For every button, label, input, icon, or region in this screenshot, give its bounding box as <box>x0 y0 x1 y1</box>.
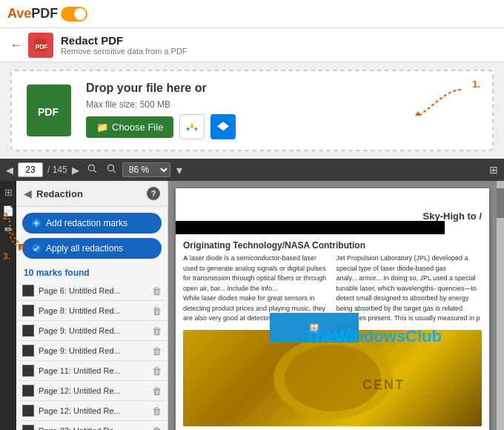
svg-text:PDF: PDF <box>36 43 47 50</box>
page-separator: / 145 <box>47 165 67 175</box>
content-area: ⊞ 📄 ✏ ◀ Redaction ? 2. Add redaction m <box>0 181 504 430</box>
search2-icon <box>106 163 116 176</box>
logo-text: AvePDF <box>7 6 58 22</box>
prev-page-button[interactable]: ◀ <box>6 165 13 176</box>
arrow-1-svg <box>409 86 468 116</box>
step-1-label: 1. <box>472 79 480 90</box>
mark-item: Page 9: Untitled Red... 🗑 <box>16 321 168 341</box>
delete-mark-button[interactable]: 🗑 <box>152 366 162 377</box>
svg-point-6 <box>107 165 113 171</box>
mark-item: Page 23: Untitled Re... 🗑 <box>16 421 168 430</box>
mark-label: Page 9: Untitled Red... <box>39 346 147 355</box>
mark-label: Page 6: Untitled Red... <box>39 286 147 295</box>
google-drive-button[interactable] <box>179 114 205 139</box>
side-panel-header: ◀ Redaction ? <box>16 181 168 207</box>
toggle-switch[interactable] <box>61 7 87 22</box>
mark-label: Page 12: Untitled Re... <box>39 406 147 415</box>
mark-checkbox[interactable] <box>22 325 34 337</box>
mark-checkbox[interactable] <box>22 285 34 297</box>
mark-item: Page 11: Untitled Re... 🗑 <box>16 361 168 381</box>
collapse-panel-button[interactable]: ◀ <box>24 188 32 199</box>
upload-area: PDF Drop your file here or Max file size… <box>10 70 494 151</box>
mark-item: Page 9: Untitled Red... 🗑 <box>16 341 168 361</box>
upload-buttons: 📁 Choose File <box>86 114 236 139</box>
tool-title: Redact PDF <box>61 34 188 47</box>
back-arrow[interactable]: ← <box>10 39 22 52</box>
delete-mark-button[interactable]: 🗑 <box>152 285 162 297</box>
mark-checkbox[interactable] <box>22 385 34 397</box>
apply-redaction-button[interactable]: Apply all redactions <box>22 238 162 259</box>
svg-point-13 <box>32 244 41 253</box>
delete-mark-button[interactable]: 🗑 <box>152 305 162 317</box>
svg-line-5 <box>93 170 96 173</box>
coin-image: CENT <box>183 330 482 426</box>
mark-item: Page 8: Untitled Red... 🗑 <box>16 301 168 321</box>
pdf-viewer[interactable]: Sky-High to / 🪟 TheWindowsClub Originati… <box>168 181 504 430</box>
toggle-circle <box>74 8 86 20</box>
mark-checkbox[interactable] <box>22 365 34 377</box>
redaction-actions: 2. Add redaction marks 3. Apply a <box>16 207 168 265</box>
step-3-label: 3. <box>3 251 10 262</box>
tool-header: ← PDF Redact PDF Remove sensitive data f… <box>0 28 504 62</box>
max-size-label: Max file size: 500 MB <box>86 99 236 110</box>
upload-right: Drop your file here or Max file size: 50… <box>86 82 236 139</box>
side-panel: ◀ Redaction ? 2. Add redaction marks 3. <box>16 181 168 430</box>
delete-mark-button[interactable]: 🗑 <box>152 406 162 417</box>
scroll-thumb[interactable] <box>497 188 504 218</box>
pdf-page: Sky-High to / 🪟 TheWindowsClub Originati… <box>176 188 489 430</box>
grid-icon[interactable]: ⊞ <box>3 185 14 199</box>
mark-item: Page 12: Untitled Re... 🗑 <box>16 401 168 421</box>
delete-mark-button[interactable]: 🗑 <box>152 386 162 397</box>
mark-item: Page 12: Untitled Re... 🗑 <box>16 381 168 401</box>
search-icon <box>87 163 97 176</box>
pdf-upload-icon: PDF <box>27 85 71 136</box>
panel-help-button[interactable]: ? <box>147 187 160 200</box>
mark-label: Page 23: Untitled Re... <box>39 426 147 430</box>
zoom-select[interactable]: 86 %50 %75 %100 %125 % <box>122 162 170 177</box>
svg-line-7 <box>113 170 116 173</box>
folder-icon: 📁 <box>96 122 108 133</box>
add-redaction-button[interactable]: Add redaction marks <box>22 213 162 234</box>
zoom-chevron-icon: ▾ <box>176 163 182 177</box>
svg-text:CENT: CENT <box>362 377 405 392</box>
watermark-box: 🪟 <box>270 313 359 343</box>
svg-point-4 <box>88 165 94 171</box>
tool-title-block: Redact PDF Remove sensitive data from a … <box>61 34 188 56</box>
delete-mark-button[interactable]: 🗑 <box>152 325 162 337</box>
choose-file-button[interactable]: 📁 Choose File <box>86 116 173 138</box>
marks-list: Page 6: Untitled Red... 🗑 Page 8: Untitl… <box>16 281 168 430</box>
scroll-bar[interactable] <box>497 181 504 430</box>
mark-label: Page 12: Untitled Re... <box>39 386 147 395</box>
mark-checkbox[interactable] <box>22 425 34 430</box>
tool-icon: PDF <box>28 33 53 58</box>
mark-label: Page 9: Untitled Red... <box>39 326 147 335</box>
next-page-button[interactable]: ▶ <box>72 165 79 176</box>
mark-checkbox[interactable] <box>22 305 34 317</box>
watermark-icon: 🪟 <box>309 323 319 333</box>
marks-count: 10 marks found <box>16 265 168 281</box>
mark-item: Page 6: Untitled Red... 🗑 <box>16 281 168 301</box>
panel-title: Redaction <box>36 188 147 199</box>
mark-checkbox[interactable] <box>22 405 34 417</box>
arrow-3-svg <box>6 231 28 253</box>
page-number-input[interactable] <box>18 162 43 177</box>
pdf-page-title: Sky-High to / <box>423 211 482 222</box>
pdf-section-title: Originating Technology/NASA Contribution <box>183 240 482 251</box>
mark-checkbox[interactable] <box>22 345 34 357</box>
redaction-bar <box>176 221 445 234</box>
mark-label: Page 8: Untitled Red... <box>39 306 147 315</box>
delete-mark-button[interactable]: 🗑 <box>152 345 162 357</box>
tool-subtitle: Remove sensitive data from a PDF <box>61 47 188 56</box>
drop-text: Drop your file here or <box>86 82 236 95</box>
header-bar: AvePDF <box>0 0 504 28</box>
delete-mark-button[interactable]: 🗑 <box>152 426 162 431</box>
mark-label: Page 11: Untitled Re... <box>39 366 147 375</box>
viewer-area: ◀ / 145 ▶ 86 %50 %75 %100 %125 % ▾ ⊞ ⊞ 📄… <box>0 159 504 430</box>
pdf-nav-bar: ◀ / 145 ▶ 86 %50 %75 %100 %125 % ▾ ⊞ <box>0 159 504 181</box>
fit-page-icon[interactable]: ⊞ <box>489 164 498 176</box>
dropbox-button[interactable] <box>210 114 236 139</box>
svg-text:PDF: PDF <box>38 106 59 118</box>
